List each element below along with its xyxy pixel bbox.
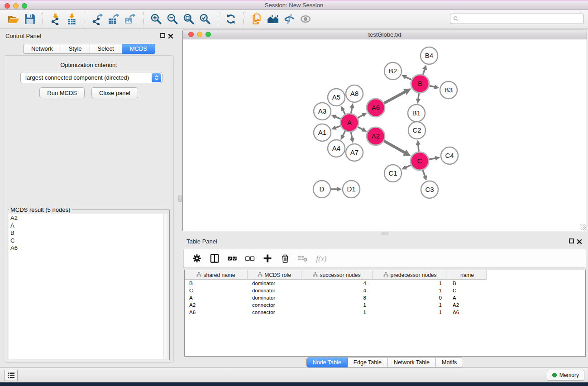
node-label-B4: B4 bbox=[425, 52, 433, 59]
edge-C-C3[interactable] bbox=[423, 170, 425, 176]
result-scrollbar[interactable] bbox=[163, 214, 169, 359]
cell-predecessor-nodes: 1 bbox=[373, 301, 448, 309]
export-table-icon[interactable] bbox=[106, 11, 122, 27]
tab-network-table[interactable]: Network Table bbox=[388, 357, 436, 367]
edge-A-A3[interactable] bbox=[335, 117, 340, 119]
edge-A-A5[interactable] bbox=[343, 110, 345, 114]
cell-MCDS-role: connector bbox=[248, 309, 301, 316]
float-table-panel-icon[interactable] bbox=[569, 238, 574, 243]
column-type-icon bbox=[313, 272, 318, 278]
edge-A-A1[interactable] bbox=[335, 126, 340, 128]
tab-select[interactable]: Select bbox=[90, 44, 122, 54]
cell-successor-nodes: 1 bbox=[301, 301, 373, 309]
table-row[interactable]: A2connector11A2 bbox=[185, 301, 487, 309]
list-icon bbox=[7, 372, 15, 379]
export-image-icon[interactable] bbox=[122, 11, 139, 27]
float-panel-icon[interactable] bbox=[160, 33, 165, 38]
edge-A-A2[interactable] bbox=[358, 127, 363, 130]
node-label-C2: C2 bbox=[412, 126, 421, 134]
edge-B-B1[interactable] bbox=[418, 93, 419, 100]
table-row[interactable]: Bdominator41B bbox=[185, 280, 487, 287]
table-row[interactable]: Cdominator41C bbox=[185, 287, 487, 294]
tab-node-table[interactable]: Node Table bbox=[306, 357, 348, 367]
refresh-icon[interactable] bbox=[223, 11, 239, 27]
result-item[interactable]: A6 bbox=[10, 244, 163, 252]
node-table[interactable]: shared nameMCDS rolesuccessor nodesprede… bbox=[184, 270, 586, 357]
task-history-button[interactable] bbox=[4, 370, 18, 381]
table-row[interactable]: A6connector11A6 bbox=[185, 309, 487, 316]
session-title: Session: New Session bbox=[0, 2, 588, 9]
add-entry-icon[interactable] bbox=[261, 252, 274, 265]
table-toolbar: f(x) bbox=[183, 249, 586, 268]
node-label-A3: A3 bbox=[318, 107, 326, 115]
column-header-successor-nodes[interactable]: successor nodes bbox=[301, 270, 373, 280]
desktop-background bbox=[0, 382, 588, 386]
close-table-panel-icon[interactable] bbox=[577, 238, 582, 243]
open-session-icon[interactable] bbox=[5, 11, 22, 27]
edge-A-A8[interactable] bbox=[351, 107, 352, 113]
search-input[interactable] bbox=[459, 14, 583, 23]
cell-MCDS-role: dominator bbox=[248, 287, 301, 294]
edge-B-B2[interactable] bbox=[406, 77, 411, 80]
network-graph[interactable]: B4B2BB3A8A5A6A3B1AC2A1A2A4A7C4CC1C3DD1 bbox=[183, 40, 586, 230]
table-panel-title: Table Panel bbox=[186, 238, 217, 245]
edge-A-A7[interactable] bbox=[351, 132, 352, 139]
network-canvas[interactable]: B4B2BB3A8A5A6A3B1AC2A1A2A4A7C4CC1C3DD1 bbox=[183, 40, 586, 230]
zoom-in-icon[interactable] bbox=[148, 11, 164, 27]
tab-network[interactable]: Network bbox=[23, 44, 61, 54]
tab-mcds[interactable]: MCDS bbox=[122, 44, 155, 54]
result-item[interactable]: A bbox=[10, 222, 163, 230]
network-window-title-bar[interactable]: testGlobe.txt bbox=[183, 29, 587, 39]
edge-A-A6[interactable] bbox=[358, 115, 363, 118]
run-mcds-button[interactable]: Run MCDS bbox=[39, 87, 85, 98]
import-table-icon[interactable] bbox=[64, 11, 80, 27]
edge-C-C1[interactable] bbox=[406, 165, 411, 167]
cell-shared-name: B bbox=[185, 280, 248, 287]
column-header-name[interactable]: name bbox=[448, 270, 487, 280]
delete-columns-icon bbox=[296, 252, 310, 265]
zoom-out-icon[interactable] bbox=[164, 11, 181, 27]
tab-edge-table[interactable]: Edge Table bbox=[348, 357, 388, 367]
column-layout-icon[interactable] bbox=[208, 252, 221, 265]
result-item[interactable]: C bbox=[10, 237, 163, 245]
search-box[interactable] bbox=[450, 14, 584, 24]
zoom-selected-icon[interactable] bbox=[197, 11, 213, 27]
edge-B-B3[interactable] bbox=[429, 86, 435, 87]
close-panel-button[interactable]: Close panel bbox=[91, 87, 138, 98]
edge-B-B4[interactable] bbox=[423, 69, 425, 75]
result-item[interactable]: A2 bbox=[10, 214, 163, 222]
tab-motifs[interactable]: Motifs bbox=[436, 357, 463, 367]
edge-A2-C[interactable] bbox=[384, 141, 405, 152]
zoom-fit-icon[interactable] bbox=[181, 11, 197, 27]
edge-A-A4[interactable] bbox=[343, 131, 345, 136]
node-label-A8: A8 bbox=[350, 90, 359, 97]
node-label-D1: D1 bbox=[347, 185, 355, 193]
edge-C-C4[interactable] bbox=[429, 158, 436, 160]
vertical-split-handle[interactable] bbox=[178, 195, 182, 202]
memory-button[interactable]: Memory bbox=[547, 370, 584, 381]
home-icon[interactable] bbox=[265, 11, 281, 27]
clone-network-icon[interactable] bbox=[249, 11, 265, 27]
table-row[interactable]: Adominator80A bbox=[185, 294, 487, 301]
export-network-icon[interactable] bbox=[90, 11, 106, 27]
column-header-MCDS-role[interactable]: MCDS role bbox=[248, 270, 301, 280]
close-panel-icon[interactable] bbox=[168, 33, 173, 38]
horizontal-split-handle[interactable] bbox=[382, 232, 388, 235]
unselect-all-icon[interactable] bbox=[243, 252, 257, 265]
settings-icon[interactable] bbox=[190, 252, 204, 265]
toolbar-separator bbox=[43, 12, 43, 26]
delete-entry-icon[interactable] bbox=[278, 252, 292, 265]
edge-C-C2[interactable] bbox=[418, 144, 419, 152]
tab-style[interactable]: Style bbox=[61, 44, 90, 54]
window-resize-grip[interactable] bbox=[580, 224, 586, 230]
hide-graphics-details-icon[interactable] bbox=[281, 11, 297, 27]
criterion-dropdown[interactable]: largest connected component (directed) bbox=[20, 72, 163, 83]
column-header-shared-name[interactable]: shared name bbox=[185, 270, 248, 280]
result-item[interactable]: B bbox=[10, 229, 163, 237]
edge-A6-B[interactable] bbox=[384, 92, 405, 103]
show-graphics-details-icon[interactable] bbox=[297, 11, 314, 27]
column-header-predecessor-nodes[interactable]: predecessor nodes bbox=[373, 270, 448, 280]
save-session-icon[interactable] bbox=[22, 11, 38, 27]
import-network-icon[interactable] bbox=[48, 11, 64, 27]
select-all-icon[interactable] bbox=[225, 252, 239, 265]
